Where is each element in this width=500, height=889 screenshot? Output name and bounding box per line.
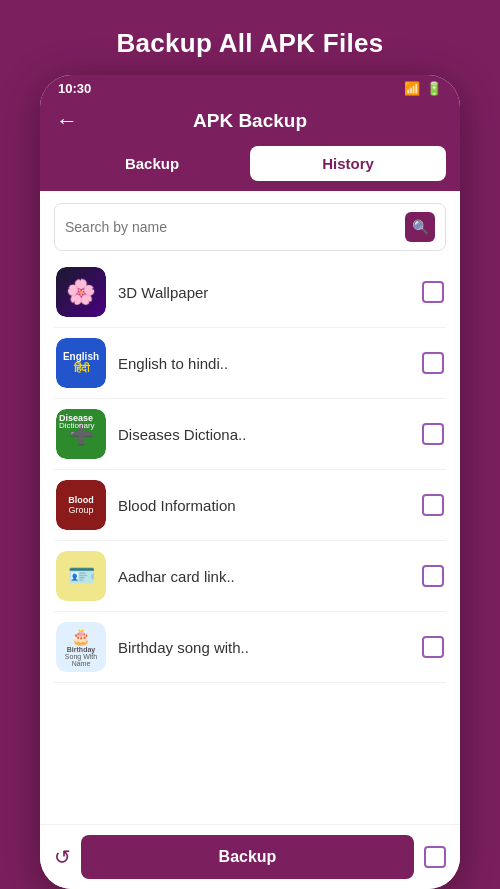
header-title: APK Backup <box>193 110 307 132</box>
status-time: 10:30 <box>58 81 91 96</box>
select-all-checkbox[interactable] <box>424 846 446 868</box>
app-checkbox[interactable] <box>422 423 444 445</box>
backup-button[interactable]: Backup <box>81 835 414 879</box>
tab-backup[interactable]: Backup <box>54 146 250 181</box>
phone-frame: 10:30 📶 🔋 ← APK Backup Backup History 🔍 <box>40 75 460 889</box>
search-input[interactable] <box>65 219 405 235</box>
app-checkbox[interactable] <box>422 565 444 587</box>
app-name: Blood Information <box>118 497 410 514</box>
battery-icon: 🔋 <box>426 81 442 96</box>
app-checkbox[interactable] <box>422 281 444 303</box>
back-button[interactable]: ← <box>56 108 78 134</box>
app-name: 3D Wallpaper <box>118 284 410 301</box>
content-area: 🔍 🌸 3D Wallpaper English हिंदी <box>40 191 460 824</box>
wifi-icon: 📶 <box>404 81 420 96</box>
app-list: 🌸 3D Wallpaper English हिंदी English to … <box>54 257 446 824</box>
list-item: ➕ Disease Dictionary Diseases Dictiona.. <box>54 399 446 470</box>
app-header: ← APK Backup <box>40 100 460 146</box>
refresh-button[interactable]: ↺ <box>54 845 71 869</box>
status-bar: 10:30 📶 🔋 <box>40 75 460 100</box>
app-icon: 🪪 <box>56 551 106 601</box>
app-checkbox[interactable] <box>422 636 444 658</box>
search-icon: 🔍 <box>412 219 429 235</box>
app-icon: 🎂 Birthday Song With Name <box>56 622 106 672</box>
app-icon: ➕ Disease Dictionary <box>56 409 106 459</box>
list-item: Blood Group Blood Information <box>54 470 446 541</box>
app-icon: English हिंदी <box>56 338 106 388</box>
search-button[interactable]: 🔍 <box>405 212 435 242</box>
app-name: English to hindi.. <box>118 355 410 372</box>
app-icon: 🌸 <box>56 267 106 317</box>
tab-bar: Backup History <box>40 146 460 191</box>
status-icons: 📶 🔋 <box>404 81 442 96</box>
list-item: 🎂 Birthday Song With Name Birthday song … <box>54 612 446 683</box>
bottom-bar: ↺ Backup <box>40 824 460 889</box>
app-name: Aadhar card link.. <box>118 568 410 585</box>
app-name: Diseases Dictiona.. <box>118 426 410 443</box>
search-bar: 🔍 <box>54 203 446 251</box>
list-item: 🌸 3D Wallpaper <box>54 257 446 328</box>
list-item: 🪪 Aadhar card link.. <box>54 541 446 612</box>
app-checkbox[interactable] <box>422 494 444 516</box>
page-title: Backup All APK Files <box>96 0 403 75</box>
app-checkbox[interactable] <box>422 352 444 374</box>
tab-history[interactable]: History <box>250 146 446 181</box>
list-item: English हिंदी English to hindi.. <box>54 328 446 399</box>
app-icon: Blood Group <box>56 480 106 530</box>
app-name: Birthday song with.. <box>118 639 410 656</box>
